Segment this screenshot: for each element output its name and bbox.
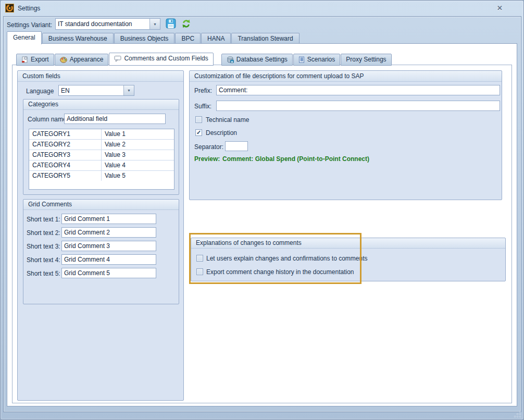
category-key-cell[interactable]: CATEGORY5: [29, 171, 102, 181]
grid-comments-group: Grid Comments Short text 1: Short text 2…: [23, 199, 179, 304]
export-icon: [21, 56, 28, 63]
file-description-panel: Customization of file descriptions for c…: [189, 70, 502, 200]
short-text-3-label: Short text 3:: [27, 243, 60, 250]
tab-general[interactable]: General: [7, 31, 42, 44]
categories-table: CATEGORY1 Value 1 CATEGORY2 Value 2 CATE…: [29, 129, 174, 190]
tab-database-settings[interactable]: Database Settings: [221, 54, 293, 66]
language-input[interactable]: [59, 85, 123, 95]
prefix-input[interactable]: [216, 85, 500, 95]
language-label: Language: [26, 88, 54, 95]
explanations-panel: Explanations of changes to comments Let …: [191, 238, 506, 281]
short-text-5-input[interactable]: [61, 268, 156, 278]
explain-changes-label: Let users explain changes and confirmati…: [206, 255, 368, 262]
categories-group-title: Categories: [23, 100, 179, 110]
table-row[interactable]: CATEGORY4 Value 4: [29, 160, 174, 171]
scenarios-icon: [298, 56, 305, 63]
short-text-3-input[interactable]: [61, 241, 156, 251]
tab-scenarios[interactable]: Scenarios: [293, 54, 340, 66]
table-row[interactable]: CATEGORY5 Value 5: [29, 171, 174, 181]
tab-translation-steward[interactable]: Translation Steward: [231, 33, 299, 44]
short-text-1-label: Short text 1:: [27, 216, 60, 223]
palette-icon: [60, 56, 67, 63]
settings-variant-label: Settings Variant:: [7, 21, 52, 29]
short-text-2-label: Short text 2:: [27, 229, 60, 237]
table-row[interactable]: CATEGORY3 Value 3: [29, 150, 174, 160]
database-icon: [227, 56, 234, 63]
category-value-cell[interactable]: Value 5: [102, 171, 174, 181]
table-row[interactable]: CATEGORY2 Value 2: [29, 140, 174, 150]
tab-business-warehouse[interactable]: Business Warehouse: [42, 33, 114, 44]
tab-business-objects[interactable]: Business Objects: [114, 33, 175, 44]
main-tab-bar: GeneralBusiness WarehouseBusiness Object…: [7, 31, 300, 44]
settings-window: Settings ✕ Settings Variant: ▼ GeneralBu…: [0, 0, 524, 420]
category-value-cell[interactable]: Value 4: [102, 160, 174, 170]
export-history-label: Export comment change history in the doc…: [206, 268, 354, 276]
preview-value: Comment: Global Spend (Point-to-Point Co…: [222, 155, 369, 163]
title-bar[interactable]: Settings ✕: [1, 1, 523, 16]
tab-proxy-settings[interactable]: Proxy Settings: [341, 54, 391, 66]
grid-comments-group-title: Grid Comments: [23, 200, 179, 210]
category-key-cell[interactable]: CATEGORY1: [29, 129, 102, 139]
sub-tab-bar: ExportAppearanceComments and Custom Fiel…: [16, 53, 392, 65]
short-text-1-input[interactable]: [61, 214, 156, 224]
separator-label: Separator:: [194, 143, 223, 151]
custom-fields-panel: Custom fields Language ▼ Categories Colu…: [17, 70, 184, 401]
tab-comments-and-custom-fields[interactable]: Comments and Custom Fields: [109, 53, 213, 66]
tab-export[interactable]: Export: [16, 54, 54, 66]
short-text-2-input[interactable]: [61, 227, 156, 238]
technical-name-label: Technical name: [206, 116, 249, 123]
category-key-cell[interactable]: CATEGORY2: [29, 140, 102, 150]
suffix-input[interactable]: [216, 101, 500, 111]
settings-variant-input[interactable]: [56, 19, 149, 29]
description-label: Description: [206, 129, 237, 137]
separator-input[interactable]: [225, 141, 248, 151]
column-name-label: Column name:: [28, 116, 68, 123]
window-title: Settings: [18, 5, 40, 12]
short-text-4-input[interactable]: [61, 254, 156, 265]
tab-appearance[interactable]: Appearance: [55, 54, 109, 66]
description-checkbox[interactable]: ✓: [195, 129, 202, 136]
suffix-label: Suffix:: [194, 103, 211, 110]
save-icon[interactable]: [166, 18, 176, 31]
settings-variant-combo[interactable]: ▼: [55, 18, 160, 30]
technical-name-checkbox[interactable]: [195, 116, 202, 123]
short-text-5-label: Short text 5:: [27, 270, 60, 277]
custom-fields-panel-title: Custom fields: [18, 71, 183, 82]
column-name-input[interactable]: [64, 114, 166, 124]
category-key-cell[interactable]: CATEGORY4: [29, 160, 102, 170]
explanations-panel-title: Explanations of changes to comments: [191, 238, 505, 249]
app-icon: [5, 4, 14, 13]
resize-grip[interactable]: [514, 411, 521, 417]
category-value-cell[interactable]: Value 2: [102, 140, 174, 150]
short-text-4-label: Short text 4:: [27, 256, 60, 264]
tab-hana[interactable]: HANA: [201, 33, 231, 44]
export-history-checkbox[interactable]: [196, 268, 203, 275]
chevron-down-icon[interactable]: ▼: [149, 19, 160, 29]
category-value-cell[interactable]: Value 1: [102, 129, 174, 139]
file-description-panel-title: Customization of file descriptions for c…: [190, 71, 502, 82]
explain-changes-checkbox[interactable]: [196, 255, 203, 262]
tab-bpc[interactable]: BPC: [175, 33, 201, 44]
preview-label: Preview:: [194, 155, 220, 163]
category-key-cell[interactable]: CATEGORY3: [29, 150, 102, 160]
refresh-icon[interactable]: [181, 19, 191, 31]
close-icon[interactable]: ✕: [497, 4, 503, 12]
prefix-label: Prefix:: [194, 87, 212, 94]
chevron-down-icon[interactable]: ▼: [123, 85, 134, 95]
category-value-cell[interactable]: Value 3: [102, 150, 174, 160]
language-combo[interactable]: ▼: [58, 85, 134, 96]
categories-group: Categories Column name: CATEGORY1 Value …: [23, 99, 179, 195]
comment-icon: [114, 55, 121, 62]
table-row[interactable]: CATEGORY1 Value 1: [29, 129, 174, 140]
